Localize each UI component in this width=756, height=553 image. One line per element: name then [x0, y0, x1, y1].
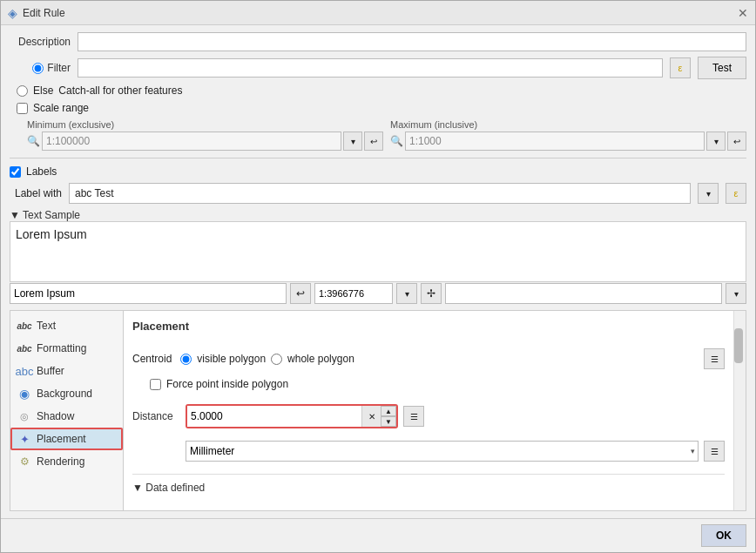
distance-spin-up[interactable]: ▲	[381, 406, 396, 416]
label-with-epsilon[interactable]: ε	[726, 183, 746, 204]
placement-expr-btn[interactable]: ☰	[704, 348, 725, 369]
label-with-dropdown[interactable]: ▾	[698, 183, 719, 204]
min-scale-label: Minimum (exclusive)	[27, 119, 383, 130]
label-with-row: Label with abc Test ▾ ε	[10, 183, 746, 204]
sample-controls: ↩ ▾ ✢ ▾	[10, 282, 746, 305]
force-point-label: Force point inside polygon	[166, 378, 288, 390]
formatting-icon: abc	[17, 341, 31, 355]
min-scale-section: Minimum (exclusive) 🔍 ▾ ↩	[27, 119, 383, 151]
else-radio[interactable]	[17, 85, 28, 97]
text-sample-title: ▼ Text Sample	[10, 209, 80, 221]
description-label: Description	[10, 36, 71, 48]
distance-input[interactable]	[187, 406, 361, 427]
bottom-bar: OK	[1, 518, 755, 552]
sample-pointer-button[interactable]: ✢	[421, 283, 442, 304]
min-scale-dropdown[interactable]: ▾	[343, 132, 362, 151]
scale-range-label: Scale range	[33, 102, 89, 114]
placement-title: Placement	[132, 320, 725, 333]
sample-extra-input[interactable]	[445, 283, 722, 304]
window-icon: ◈	[8, 6, 17, 20]
sidebar-item-text-label: Text	[37, 320, 56, 332]
max-scale-section: Maximum (inclusive) 🔍 ▾ ↩	[390, 119, 746, 151]
centroid-label: Centroid	[132, 353, 172, 365]
centroid-row: Centroid visible polygon whole polygon ☰	[132, 348, 725, 369]
data-defined-row[interactable]: ▼ Data defined	[132, 474, 725, 494]
window-title: Edit Rule	[23, 7, 65, 19]
placement-content: Placement Centroid visible polygon whole…	[124, 311, 733, 510]
ok-button[interactable]: OK	[701, 524, 746, 547]
scrollbar-thumb[interactable]	[734, 328, 743, 363]
distance-label: Distance	[132, 410, 180, 422]
sidebar-item-formatting-label: Formatting	[37, 342, 86, 354]
sample-scale-dropdown[interactable]: ▾	[396, 283, 417, 304]
scale-range-checkbox[interactable]	[17, 103, 28, 114]
shadow-icon: ◎	[17, 409, 31, 423]
label-with-select[interactable]: abc Test	[69, 183, 691, 204]
distance-row: Distance ✕ ▲ ▼ ☰	[132, 404, 725, 428]
test-button[interactable]: Test	[698, 57, 746, 79]
min-scale-input[interactable]	[42, 132, 341, 151]
text-sample-content: Lorem Ipsum	[16, 227, 87, 241]
sidebar-item-text[interactable]: abc Text	[10, 314, 123, 337]
description-row: Description	[10, 32, 746, 51]
visible-polygon-label: visible polygon	[197, 353, 266, 365]
scale-inputs-row: Minimum (exclusive) 🔍 ▾ ↩ Maximum (inclu…	[27, 119, 746, 151]
sidebar-item-buffer-label: Buffer	[37, 365, 64, 377]
whole-polygon-label: whole polygon	[287, 353, 354, 365]
sidebar-item-buffer[interactable]: abc Buffer	[10, 360, 123, 382]
force-point-checkbox[interactable]	[150, 379, 161, 390]
max-scale-input[interactable]	[405, 132, 705, 151]
sidebar-item-shadow[interactable]: ◎ Shadow	[10, 405, 123, 428]
labels-checkbox[interactable]	[10, 166, 21, 178]
min-scale-search-icon: 🔍	[27, 135, 40, 147]
close-button[interactable]: ✕	[738, 6, 748, 20]
distance-spin-buttons: ▲ ▼	[381, 406, 396, 427]
sidebar-item-formatting[interactable]: abc Formatting	[10, 337, 123, 360]
distance-input-wrapper: ✕ ▲ ▼	[186, 404, 398, 428]
distance-spin-down[interactable]: ▼	[381, 416, 396, 427]
data-defined-label: ▼ Data defined	[132, 482, 205, 494]
filter-row: Filter ε Test	[10, 57, 746, 79]
divider-1	[10, 158, 746, 158]
unit-select[interactable]: Millimeter Point Pixel Map unit Inch	[186, 441, 699, 462]
sidebar-item-placement[interactable]: ✦ Placement	[10, 428, 123, 450]
filter-epsilon-button[interactable]: ε	[670, 57, 691, 78]
text-icon: abc	[17, 319, 31, 333]
filter-input[interactable]	[78, 58, 663, 78]
min-scale-reset[interactable]: ↩	[364, 132, 383, 151]
sample-text-input[interactable]	[10, 283, 287, 304]
placement-icon: ✦	[17, 432, 31, 446]
label-with-value: abc Test	[75, 187, 113, 199]
sidebar-item-shadow-label: Shadow	[37, 410, 74, 422]
sidebar-item-rendering-label: Rendering	[37, 455, 84, 468]
max-scale-reset[interactable]: ↩	[727, 132, 746, 151]
description-input[interactable]	[78, 32, 746, 51]
max-scale-dropdown[interactable]: ▾	[706, 132, 726, 151]
max-scale-search-icon: 🔍	[390, 135, 403, 147]
whole-polygon-radio[interactable]	[271, 354, 282, 365]
force-point-row: Force point inside polygon	[150, 378, 725, 390]
labels-row: Labels	[10, 165, 746, 178]
distance-expr-button[interactable]: ☰	[403, 406, 424, 427]
sidebar-item-placement-label: Placement	[37, 433, 86, 445]
sample-extra-dropdown[interactable]: ▾	[726, 283, 746, 304]
rendering-icon: ⚙	[17, 455, 31, 469]
text-sample-header[interactable]: ▼ Text Sample	[10, 209, 746, 221]
main-content-area: Description Filter ε Test Else Catch-all…	[1, 25, 755, 518]
else-label: Else	[33, 84, 53, 97]
main-window: ◈ Edit Rule ✕ Description Filter ε Test …	[0, 0, 756, 553]
sidebar-item-rendering[interactable]: ⚙ Rendering	[10, 450, 123, 473]
visible-polygon-radio[interactable]	[180, 354, 192, 365]
distance-clear-button[interactable]: ✕	[361, 406, 381, 427]
scale-range-row: Scale range	[17, 102, 746, 114]
right-scrollbar[interactable]	[733, 311, 746, 510]
unit-row: Millimeter Point Pixel Map unit Inch ▾ ☰	[186, 441, 725, 462]
placement-config-icon[interactable]: ☰	[704, 348, 725, 369]
sample-scale-input[interactable]	[314, 283, 393, 304]
else-row: Else Catch-all for other features	[17, 84, 746, 97]
unit-expr-button[interactable]: ☰	[704, 441, 725, 462]
filter-radio[interactable]	[32, 63, 44, 74]
sample-reset-button[interactable]: ↩	[290, 283, 311, 304]
sidebar-item-background[interactable]: ◉ Background	[10, 382, 123, 405]
max-scale-label: Maximum (inclusive)	[390, 119, 746, 130]
